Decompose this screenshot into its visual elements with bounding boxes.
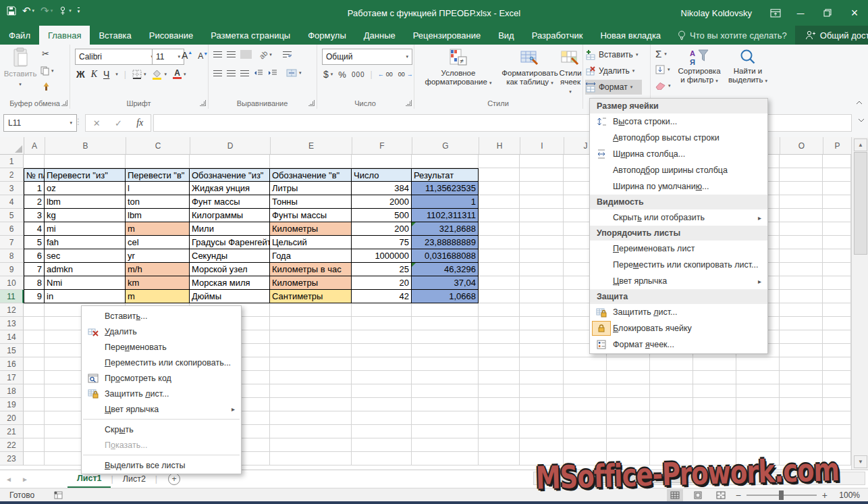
- menu-item[interactable]: Формат ячеек...: [590, 336, 767, 353]
- copy-button[interactable]: ▾: [40, 66, 54, 76]
- cell-C8[interactable]: yr: [126, 249, 190, 263]
- ribbon-display-options-button[interactable]: [764, 0, 787, 26]
- delete-cells-button[interactable]: Удалить▾: [585, 64, 634, 78]
- cell-G3[interactable]: 11,35623535: [412, 182, 479, 195]
- cell-F15[interactable]: [352, 344, 412, 357]
- cell-I8[interactable]: [520, 249, 564, 263]
- cell-P6[interactable]: [823, 222, 851, 236]
- cell-A10[interactable]: 8: [24, 276, 45, 290]
- underline-dropdown[interactable]: ▾: [115, 72, 118, 77]
- cell-C7[interactable]: cel: [126, 236, 190, 249]
- increase-decimal-button[interactable]: ←00: [378, 71, 393, 78]
- select-all-corner[interactable]: [0, 137, 24, 154]
- cell-C9[interactable]: m/h: [126, 263, 190, 276]
- comma-style-button[interactable]: 000: [352, 71, 365, 78]
- accounting-format-button[interactable]: $▾: [323, 69, 333, 80]
- cell-E2[interactable]: Обозначение "в": [270, 168, 352, 182]
- cell-N21[interactable]: [736, 425, 780, 438]
- cell-H7[interactable]: [479, 236, 520, 249]
- menu-item[interactable]: Автоподбор высоты строки: [590, 130, 767, 146]
- cell-M20[interactable]: [693, 411, 736, 425]
- cell-O21[interactable]: [780, 425, 823, 438]
- cell-B6[interactable]: mi: [45, 222, 126, 236]
- menu-item[interactable]: Ширина столбца...: [590, 146, 767, 162]
- cell-B3[interactable]: oz: [45, 182, 126, 195]
- cell-G18[interactable]: [412, 384, 479, 398]
- row-header-19[interactable]: 19: [0, 398, 24, 411]
- cell-F9[interactable]: 25: [352, 263, 412, 276]
- cell-A18[interactable]: [24, 384, 45, 398]
- cell-G22[interactable]: [412, 438, 479, 452]
- cell-P21[interactable]: [823, 425, 851, 438]
- cell-P19[interactable]: [823, 398, 851, 411]
- ribbon-tab-Рецензирование[interactable]: Рецензирование: [404, 26, 489, 45]
- cell-O12[interactable]: [780, 303, 823, 317]
- cell-O6[interactable]: [780, 222, 823, 236]
- cell-J19[interactable]: [564, 398, 607, 411]
- cell-I17[interactable]: [520, 371, 564, 384]
- row-header-12[interactable]: 12: [0, 303, 24, 317]
- cell-E4[interactable]: Тонны: [270, 195, 352, 209]
- cell-M19[interactable]: [693, 398, 736, 411]
- cell-styles-button[interactable]: Стили ячеек ▾: [560, 49, 581, 96]
- cell-E20[interactable]: [270, 411, 352, 425]
- enter-entry-icon[interactable]: ✓: [115, 118, 122, 128]
- fill-color-button[interactable]: ▾: [152, 70, 167, 80]
- cell-C2[interactable]: Перевести "в": [126, 168, 190, 182]
- cell-H20[interactable]: [479, 411, 520, 425]
- row-header-2[interactable]: 2: [0, 168, 24, 182]
- cell-G1[interactable]: [412, 155, 479, 168]
- cell-I19[interactable]: [520, 398, 564, 411]
- cell-G19[interactable]: [412, 398, 479, 411]
- row-header-7[interactable]: 7: [0, 236, 24, 249]
- cell-I7[interactable]: [520, 236, 564, 249]
- cell-H21[interactable]: [479, 425, 520, 438]
- cell-C11[interactable]: m: [126, 290, 190, 303]
- cell-P17[interactable]: [823, 371, 851, 384]
- row-header-13[interactable]: 13: [0, 317, 24, 330]
- cell-F17[interactable]: [352, 371, 412, 384]
- cell-I5[interactable]: [520, 209, 564, 222]
- cell-A9[interactable]: 7: [24, 263, 45, 276]
- cell-A21[interactable]: [24, 425, 45, 438]
- cell-O5[interactable]: [780, 209, 823, 222]
- menu-item[interactable]: Переименовать лист: [590, 241, 767, 257]
- conditional-formatting-button[interactable]: ≠ Условное форматирование ▾: [416, 49, 500, 87]
- cell-B10[interactable]: Nmi: [45, 276, 126, 290]
- menu-item[interactable]: Цвет ярлычка▸: [590, 273, 767, 289]
- undo-button[interactable]: ↶▾: [22, 6, 34, 16]
- cell-B1[interactable]: [45, 155, 126, 168]
- find-select-button[interactable]: Найти и выделить ▾: [726, 49, 770, 85]
- cell-E1[interactable]: [270, 155, 352, 168]
- cell-H11[interactable]: [479, 290, 520, 303]
- cell-F16[interactable]: [352, 357, 412, 371]
- cell-G4[interactable]: 1: [412, 195, 479, 209]
- cell-K17[interactable]: [607, 371, 650, 384]
- cell-F23[interactable]: [352, 452, 412, 465]
- cell-E15[interactable]: [270, 344, 352, 357]
- cell-K18[interactable]: [607, 384, 650, 398]
- cell-B11[interactable]: in: [45, 290, 126, 303]
- cell-E8[interactable]: Года: [270, 249, 352, 263]
- record-macro-button[interactable]: [53, 491, 63, 499]
- cell-L18[interactable]: [650, 384, 693, 398]
- minimize-button[interactable]: ─: [787, 0, 814, 26]
- cell-D4[interactable]: Фунт массы: [190, 195, 270, 209]
- font-color-button[interactable]: А▾: [173, 70, 186, 79]
- cell-N20[interactable]: [736, 411, 780, 425]
- decrease-font-button[interactable]: А▼: [198, 51, 208, 61]
- column-header-A[interactable]: A: [24, 137, 45, 154]
- ribbon-tab-Главная[interactable]: Главная: [39, 26, 90, 45]
- cell-O2[interactable]: [780, 168, 823, 182]
- cell-E5[interactable]: Фунты массы: [270, 209, 352, 222]
- customize-qat-button[interactable]: ▾: [78, 7, 80, 14]
- menu-item[interactable]: Высота строки...: [590, 114, 767, 130]
- zoom-in-button[interactable]: +: [822, 490, 828, 501]
- cell-B8[interactable]: sec: [45, 249, 126, 263]
- cell-P12[interactable]: [823, 303, 851, 317]
- cell-N19[interactable]: [736, 398, 780, 411]
- cell-I14[interactable]: [520, 330, 564, 344]
- cell-L22[interactable]: [650, 438, 693, 452]
- align-top-button[interactable]: [213, 51, 222, 57]
- cell-K22[interactable]: [607, 438, 650, 452]
